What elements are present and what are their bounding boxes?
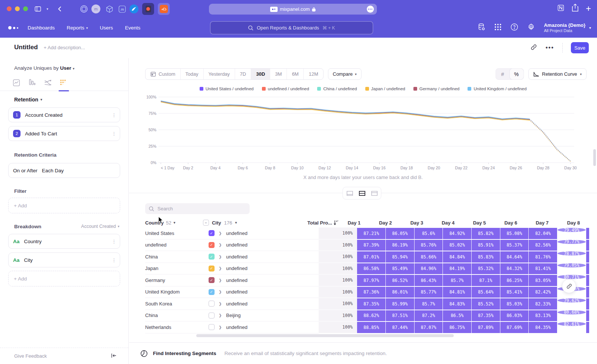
retention-cell[interactable]: 79.62%: [557, 298, 586, 303]
close-window-button[interactable]: [7, 6, 12, 11]
retention-cell[interactable]: 84.83%: [443, 298, 472, 310]
expand-row-icon[interactable]: ❯: [219, 310, 226, 322]
kebab-menu-icon[interactable]: ⋮: [112, 133, 115, 135]
expand-row-icon[interactable]: ❯: [219, 274, 226, 286]
range-12m[interactable]: 12M: [304, 69, 323, 79]
legend-item[interactable]: Japan / undefined: [365, 87, 405, 91]
retention-cell[interactable]: 87.21%: [357, 228, 386, 239]
retention-cell[interactable]: 84.64%: [500, 251, 529, 263]
window-controls[interactable]: [7, 6, 28, 11]
retention-cell[interactable]: 87.01%: [357, 251, 386, 263]
retention-cell[interactable]: 85.77%: [415, 286, 443, 298]
expand-row-icon[interactable]: ❯: [219, 228, 226, 239]
tab-funnels[interactable]: [27, 78, 37, 88]
global-search-button[interactable]: Open Reports & Dashboards ⌘ + K: [210, 21, 373, 34]
report-title[interactable]: Untitled: [14, 44, 38, 51]
retention-cell[interactable]: 85.02%: [443, 239, 472, 251]
nav-item-users[interactable]: Users: [100, 25, 113, 31]
extension-js-icon[interactable]: JS: [117, 4, 127, 14]
retention-cell[interactable]: 88.62%: [357, 310, 386, 322]
retention-cell[interactable]: 87.36%: [357, 286, 386, 298]
project-switcher[interactable]: Amazonia {Demo} All Project Data ▾: [544, 22, 591, 34]
extension-soundcloud-icon[interactable]: [158, 3, 170, 15]
tab-retention[interactable]: [58, 78, 69, 88]
retention-cell[interactable]: 88.85%: [357, 321, 386, 333]
retention-cell[interactable]: 87.07%: [415, 321, 443, 333]
retention-cell[interactable]: 85.52%: [472, 298, 500, 310]
nav-item-events[interactable]: Events: [125, 25, 140, 31]
retention-cell[interactable]: 86.19%: [386, 239, 415, 251]
retention-cell[interactable]: 87.89%: [472, 321, 500, 333]
retention-cell[interactable]: 82.61%: [557, 321, 586, 326]
retention-cell[interactable]: 79.49%: [557, 228, 586, 232]
expand-row-icon[interactable]: ❯: [219, 263, 226, 275]
retention-cell[interactable]: 82.04%: [529, 228, 557, 239]
range-7d[interactable]: 7D: [235, 69, 251, 79]
day-column-header[interactable]: Day 2: [370, 220, 401, 226]
extension-m-icon[interactable]: m: [91, 4, 100, 13]
tab-chevron-icon[interactable]: ▾: [43, 4, 52, 13]
share-link-fab[interactable]: [562, 279, 576, 293]
view-toggle-split[interactable]: [356, 188, 368, 198]
retention-cell[interactable]: 84.96%: [415, 263, 443, 275]
row-checkbox[interactable]: ✓: [209, 242, 215, 248]
retention-cell[interactable]: 84.84%: [443, 251, 472, 263]
country-column-header[interactable]: Country 52 ▾: [145, 220, 203, 226]
row-checkbox[interactable]: [209, 324, 215, 330]
expand-row-icon[interactable]: ❯: [219, 251, 226, 263]
row-checkbox[interactable]: [209, 301, 215, 307]
retention-cell[interactable]: 84.35%: [529, 321, 557, 333]
expand-row-icon[interactable]: ❯: [219, 298, 226, 310]
day-column-header[interactable]: Day 7: [526, 220, 558, 226]
retention-cell[interactable]: 80.68%: [557, 310, 586, 315]
settings-gear-icon[interactable]: [527, 23, 535, 32]
tab-flows[interactable]: [43, 78, 53, 88]
row-checkbox[interactable]: ✓: [209, 277, 215, 283]
retention-cell[interactable]: 84.81%: [443, 286, 472, 298]
retention-cell[interactable]: 85.37%: [500, 239, 529, 251]
row-checkbox[interactable]: [209, 313, 215, 318]
range-yesterday[interactable]: Yesterday: [204, 69, 235, 79]
retention-step-a[interactable]: 1 Account Created ⋮: [8, 107, 120, 122]
legend-item[interactable]: United Kingdom / undefined: [468, 87, 526, 91]
retention-cell[interactable]: 84.92%: [443, 228, 472, 239]
row-checkbox[interactable]: ✓: [209, 266, 215, 272]
retention-cell[interactable]: 83.13%: [529, 310, 557, 322]
retention-cell[interactable]: 82.33%: [529, 298, 557, 310]
legend-item[interactable]: United States / undefined: [200, 87, 254, 91]
expand-row-icon[interactable]: ❯: [219, 321, 226, 333]
range-3m[interactable]: 3M: [270, 69, 287, 79]
retention-cell[interactable]: 85.76%: [415, 239, 443, 251]
retention-cell[interactable]: 79.77%: [557, 239, 586, 244]
collapse-sidebar-icon[interactable]: [111, 353, 116, 359]
view-toggle-chart-only[interactable]: [344, 188, 355, 198]
retention-cell[interactable]: 85.6%: [415, 228, 443, 239]
retention-cell[interactable]: 87.35%: [357, 298, 386, 310]
legend-item[interactable]: Germany / undefined: [413, 87, 459, 91]
minimize-window-button[interactable]: [15, 6, 20, 11]
retention-cell[interactable]: 85.49%: [386, 263, 415, 275]
retention-cell[interactable]: 81.76%: [529, 251, 557, 263]
retention-cell[interactable]: 83.05%: [529, 274, 557, 286]
retention-cell[interactable]: 86.05%: [386, 228, 415, 239]
retention-cell[interactable]: 85.08%: [500, 228, 529, 239]
retention-cell[interactable]: 87.44%: [386, 321, 415, 333]
find-segments-title[interactable]: Find Interesting Segments: [153, 351, 216, 356]
retention-cell[interactable]: 87.39%: [357, 239, 386, 251]
legend-item[interactable]: China / undefined: [317, 87, 357, 91]
day-column-header[interactable]: Day 5: [464, 220, 495, 226]
retention-cell[interactable]: 85.41%: [500, 286, 529, 298]
range-custom[interactable]: Custom: [146, 69, 181, 79]
retention-cell[interactable]: 81.41%: [529, 263, 557, 275]
new-tab-icon[interactable]: +: [586, 5, 591, 12]
retention-cell[interactable]: 85.94%: [386, 251, 415, 263]
select-all-checkbox[interactable]: −: [203, 220, 209, 226]
retention-cell[interactable]: 82.42%: [529, 286, 557, 298]
analyze-entity-select[interactable]: User: [60, 65, 71, 71]
retention-cell[interactable]: 86.75%: [443, 321, 472, 333]
row-checkbox[interactable]: ✓: [209, 289, 215, 295]
retention-cell[interactable]: 87.97%: [357, 274, 386, 286]
retention-cell[interactable]: 85.91%: [472, 239, 500, 251]
back-button[interactable]: [54, 4, 64, 13]
kebab-menu-icon[interactable]: ⋮: [112, 241, 115, 242]
